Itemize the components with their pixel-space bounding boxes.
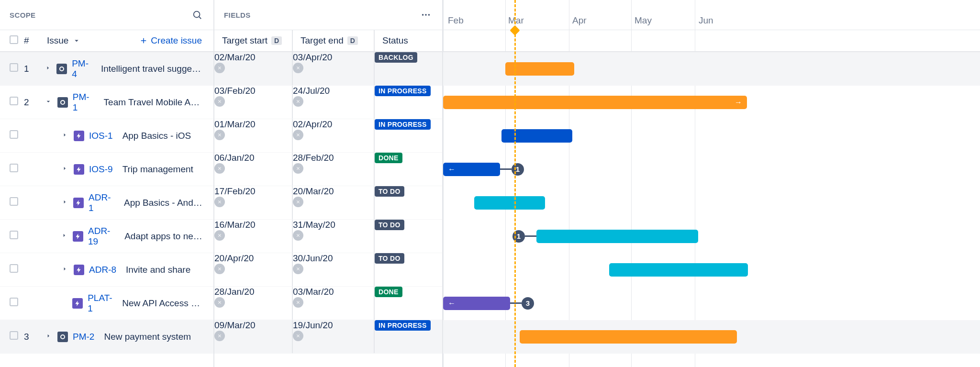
expand-icon[interactable] [60, 131, 69, 141]
target-end-cell[interactable]: 28/Feb/20 [293, 153, 375, 186]
status-cell[interactable]: IN PROGRESS [375, 320, 442, 353]
target-start-cell[interactable]: 03/Feb/20 [214, 86, 293, 119]
target-start-cell[interactable]: 02/Mar/20 [214, 52, 293, 85]
column-target-end[interactable]: Target end [301, 35, 344, 46]
clear-icon[interactable] [214, 297, 225, 308]
column-target-start[interactable]: Target start [222, 35, 267, 46]
select-all-checkbox[interactable] [10, 35, 18, 44]
status-cell[interactable]: TO DO [375, 186, 442, 219]
target-end-cell[interactable]: 02/Apr/20 [293, 119, 375, 152]
target-end-cell[interactable]: 19/Jun/20 [293, 320, 375, 353]
target-start-cell[interactable]: 01/Mar/20 [214, 119, 293, 152]
clear-icon[interactable] [293, 130, 303, 140]
clear-icon[interactable] [214, 163, 225, 174]
row-checkbox[interactable] [10, 63, 18, 72]
expand-icon[interactable] [60, 231, 68, 242]
search-icon[interactable] [190, 8, 204, 22]
issue-row[interactable]: ADR-8Invite and share [0, 253, 213, 287]
target-end-cell[interactable]: 24/Jul/20 [293, 86, 375, 119]
create-issue-button[interactable]: Create issue [139, 35, 204, 46]
status-cell[interactable]: TO DO [375, 220, 442, 253]
status-cell[interactable]: TO DO [375, 253, 442, 286]
clear-icon[interactable] [293, 230, 303, 241]
timeline-bar[interactable] [474, 196, 545, 210]
dependency-link[interactable]: 1 [500, 163, 524, 176]
clear-icon[interactable] [214, 130, 225, 140]
row-checkbox[interactable] [10, 164, 18, 172]
issue-row[interactable]: 2PM-1Team Travel Mobile Apps [0, 86, 213, 119]
target-start-cell[interactable]: 17/Feb/20 [214, 186, 293, 219]
clear-icon[interactable] [293, 331, 303, 341]
row-checkbox[interactable] [10, 97, 18, 105]
issue-row[interactable]: IOS-9Trip management [0, 153, 213, 186]
target-end-cell[interactable]: 03/Mar/20 [293, 287, 375, 320]
target-end-cell[interactable]: 31/May/20 [293, 220, 375, 253]
row-checkbox[interactable] [10, 264, 18, 273]
issue-key-link[interactable]: ADR-1 [89, 192, 114, 213]
row-checkbox[interactable] [10, 298, 18, 306]
status-cell[interactable]: IN PROGRESS [375, 119, 442, 152]
clear-icon[interactable] [214, 63, 225, 73]
expand-icon[interactable] [60, 164, 69, 175]
row-checkbox[interactable] [10, 231, 18, 239]
expand-icon[interactable] [44, 332, 53, 342]
status-cell[interactable]: IN PROGRESS [375, 86, 442, 119]
clear-icon[interactable] [293, 197, 303, 207]
issue-row[interactable]: ADR-1App Basics - Android [0, 186, 213, 220]
clear-icon[interactable] [214, 197, 225, 207]
timeline-bar[interactable] [609, 263, 748, 277]
timeline-bar[interactable] [501, 129, 572, 143]
dependency-link[interactable]: 1 [512, 230, 536, 243]
target-start-cell[interactable]: 16/Mar/20 [214, 220, 293, 253]
target-end-cell[interactable]: 30/Jun/20 [293, 253, 375, 286]
status-cell[interactable]: DONE [375, 153, 442, 186]
expand-icon[interactable] [44, 64, 52, 74]
row-checkbox[interactable] [10, 197, 18, 206]
issue-row[interactable]: PLAT-1New API Access Point... [0, 287, 213, 320]
target-start-cell[interactable]: 20/Apr/20 [214, 253, 293, 286]
expand-icon[interactable] [60, 265, 69, 275]
column-status[interactable]: Status [382, 35, 408, 46]
status-cell[interactable]: DONE [375, 287, 442, 320]
issue-row[interactable]: IOS-1App Basics - iOS [0, 119, 213, 153]
row-checkbox[interactable] [10, 331, 18, 340]
status-cell[interactable]: BACKLOG [375, 52, 442, 85]
target-start-cell[interactable]: 09/Mar/20 [214, 320, 293, 353]
dependency-link[interactable]: 3 [510, 297, 534, 310]
issue-key-link[interactable]: PM-1 [73, 92, 94, 113]
chevron-down-icon[interactable] [72, 36, 81, 45]
target-end-cell[interactable]: 03/Apr/20 [293, 52, 375, 85]
target-start-cell[interactable]: 06/Jan/20 [214, 153, 293, 186]
issue-key-link[interactable]: IOS-9 [89, 164, 113, 175]
issue-row[interactable]: 1PM-4Intelligent travel suggestions [0, 52, 213, 86]
timeline-bar[interactable]: ← [443, 297, 510, 310]
clear-icon[interactable] [214, 230, 225, 241]
column-issue[interactable]: Issue [47, 35, 68, 46]
issue-row[interactable]: ADR-19Adapt apps to new pa... [0, 220, 213, 253]
clear-icon[interactable] [293, 163, 303, 174]
more-icon[interactable] [419, 8, 433, 22]
dependency-count[interactable]: 3 [522, 297, 534, 310]
issue-key-link[interactable]: ADR-19 [88, 226, 115, 247]
row-checkbox[interactable] [10, 130, 18, 139]
timeline-bar[interactable] [520, 330, 737, 344]
target-end-cell[interactable]: 20/Mar/20 [293, 186, 375, 219]
issue-key-link[interactable]: IOS-1 [89, 131, 113, 141]
clear-icon[interactable] [214, 331, 225, 341]
expand-icon[interactable] [60, 198, 68, 208]
clear-icon[interactable] [293, 297, 303, 308]
clear-icon[interactable] [293, 264, 303, 274]
issue-key-link[interactable]: PLAT-1 [88, 293, 112, 314]
timeline-body[interactable]: →←11←3 [443, 52, 980, 367]
clear-icon[interactable] [293, 96, 303, 107]
issue-key-link[interactable]: PM-4 [72, 58, 91, 79]
issue-key-link[interactable]: PM-2 [73, 332, 94, 342]
target-start-cell[interactable]: 28/Jan/20 [214, 287, 293, 320]
timeline-bar[interactable]: → [443, 96, 747, 109]
issue-row[interactable]: 3PM-2New payment system [0, 320, 213, 354]
timeline-bar[interactable] [536, 230, 698, 243]
clear-icon[interactable] [293, 63, 303, 73]
collapse-icon[interactable] [44, 97, 53, 108]
dependency-count[interactable]: 1 [512, 163, 524, 176]
clear-icon[interactable] [214, 96, 225, 107]
